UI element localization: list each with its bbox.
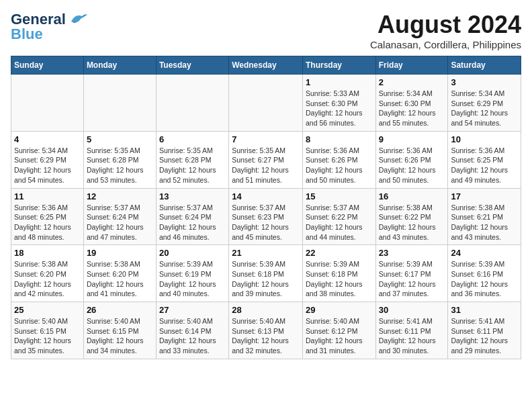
day-number: 2 — [379, 77, 445, 87]
day-info: Sunrise: 5:40 AM Sunset: 6:15 PM Dayligh… — [14, 316, 81, 356]
weekday-header-sunday: Sunday — [11, 56, 84, 75]
calendar-cell: 20Sunrise: 5:39 AM Sunset: 6:19 PM Dayli… — [156, 245, 228, 302]
title-area: August 2024 Calanasan, Cordillera, Phili… — [370, 11, 521, 50]
calendar-cell: 26Sunrise: 5:40 AM Sunset: 6:15 PM Dayli… — [83, 302, 156, 359]
logo: General Blue — [11, 11, 87, 43]
calendar-cell: 2Sunrise: 5:34 AM Sunset: 6:30 PM Daylig… — [375, 75, 448, 132]
day-number: 13 — [159, 191, 226, 201]
calendar-cell — [11, 75, 84, 132]
subtitle: Calanasan, Cordillera, Philippines — [370, 39, 521, 50]
day-info: Sunrise: 5:39 AM Sunset: 6:16 PM Dayligh… — [451, 259, 518, 299]
day-number: 27 — [159, 305, 226, 315]
day-info: Sunrise: 5:38 AM Sunset: 6:21 PM Dayligh… — [451, 203, 518, 242]
calendar-cell: 24Sunrise: 5:39 AM Sunset: 6:16 PM Dayli… — [448, 245, 521, 302]
day-info: Sunrise: 5:41 AM Sunset: 6:11 PM Dayligh… — [379, 316, 445, 356]
day-number: 28 — [232, 305, 300, 315]
day-number: 6 — [159, 134, 226, 144]
calendar-cell: 10Sunrise: 5:36 AM Sunset: 6:25 PM Dayli… — [448, 131, 521, 188]
day-info: Sunrise: 5:35 AM Sunset: 6:28 PM Dayligh… — [87, 146, 153, 185]
calendar-cell: 8Sunrise: 5:36 AM Sunset: 6:26 PM Daylig… — [302, 131, 375, 188]
calendar-cell: 29Sunrise: 5:40 AM Sunset: 6:12 PM Dayli… — [302, 302, 375, 359]
calendar-cell: 15Sunrise: 5:37 AM Sunset: 6:22 PM Dayli… — [302, 188, 375, 245]
day-info: Sunrise: 5:40 AM Sunset: 6:12 PM Dayligh… — [306, 316, 373, 356]
calendar-cell: 13Sunrise: 5:37 AM Sunset: 6:24 PM Dayli… — [156, 188, 228, 245]
day-number: 26 — [87, 305, 153, 315]
calendar-cell: 31Sunrise: 5:41 AM Sunset: 6:11 PM Dayli… — [448, 302, 521, 359]
calendar-cell: 3Sunrise: 5:34 AM Sunset: 6:29 PM Daylig… — [448, 75, 521, 132]
week-row-2: 4Sunrise: 5:34 AM Sunset: 6:29 PM Daylig… — [11, 131, 521, 188]
calendar-cell: 21Sunrise: 5:39 AM Sunset: 6:18 PM Dayli… — [229, 245, 303, 302]
day-number: 23 — [379, 248, 445, 258]
week-row-5: 25Sunrise: 5:40 AM Sunset: 6:15 PM Dayli… — [11, 302, 521, 359]
header: General Blue August 2024 Calanasan, Cord… — [11, 11, 521, 50]
calendar-cell: 5Sunrise: 5:35 AM Sunset: 6:28 PM Daylig… — [83, 131, 156, 188]
calendar-cell: 27Sunrise: 5:40 AM Sunset: 6:14 PM Dayli… — [156, 302, 228, 359]
day-number: 16 — [379, 191, 445, 201]
calendar-cell: 14Sunrise: 5:37 AM Sunset: 6:23 PM Dayli… — [229, 188, 303, 245]
day-info: Sunrise: 5:35 AM Sunset: 6:27 PM Dayligh… — [232, 146, 300, 185]
day-number: 14 — [232, 191, 300, 201]
day-number: 4 — [14, 134, 81, 144]
calendar-cell — [83, 75, 156, 132]
calendar-cell: 4Sunrise: 5:34 AM Sunset: 6:29 PM Daylig… — [11, 131, 84, 188]
day-number: 21 — [232, 248, 300, 258]
week-row-3: 11Sunrise: 5:36 AM Sunset: 6:25 PM Dayli… — [11, 188, 521, 245]
day-info: Sunrise: 5:37 AM Sunset: 6:23 PM Dayligh… — [232, 203, 300, 242]
week-row-1: 1Sunrise: 5:33 AM Sunset: 6:30 PM Daylig… — [11, 75, 521, 132]
day-number: 1 — [306, 77, 373, 87]
day-info: Sunrise: 5:39 AM Sunset: 6:18 PM Dayligh… — [232, 259, 300, 299]
calendar-cell: 25Sunrise: 5:40 AM Sunset: 6:15 PM Dayli… — [11, 302, 84, 359]
calendar-cell: 1Sunrise: 5:33 AM Sunset: 6:30 PM Daylig… — [302, 75, 375, 132]
day-number: 24 — [451, 248, 518, 258]
weekday-header-tuesday: Tuesday — [156, 56, 228, 75]
day-info: Sunrise: 5:36 AM Sunset: 6:26 PM Dayligh… — [306, 146, 373, 185]
weekday-header-wednesday: Wednesday — [229, 56, 303, 75]
day-number: 30 — [379, 305, 445, 315]
day-number: 31 — [451, 305, 518, 315]
day-number: 3 — [451, 77, 518, 87]
main-title: August 2024 — [370, 11, 521, 39]
day-info: Sunrise: 5:34 AM Sunset: 6:29 PM Dayligh… — [14, 146, 81, 185]
calendar-cell: 22Sunrise: 5:39 AM Sunset: 6:18 PM Dayli… — [302, 245, 375, 302]
weekday-header-saturday: Saturday — [448, 56, 521, 75]
weekday-header-monday: Monday — [83, 56, 156, 75]
day-info: Sunrise: 5:40 AM Sunset: 6:15 PM Dayligh… — [87, 316, 153, 356]
day-number: 15 — [306, 191, 373, 201]
day-info: Sunrise: 5:37 AM Sunset: 6:22 PM Dayligh… — [306, 203, 373, 242]
day-info: Sunrise: 5:38 AM Sunset: 6:20 PM Dayligh… — [14, 259, 81, 299]
day-number: 10 — [451, 134, 518, 144]
calendar-cell: 19Sunrise: 5:38 AM Sunset: 6:20 PM Dayli… — [83, 245, 156, 302]
day-number: 25 — [14, 305, 81, 315]
day-number: 20 — [159, 248, 226, 258]
calendar-cell: 11Sunrise: 5:36 AM Sunset: 6:25 PM Dayli… — [11, 188, 84, 245]
day-info: Sunrise: 5:36 AM Sunset: 6:25 PM Dayligh… — [451, 146, 518, 185]
calendar-cell: 12Sunrise: 5:37 AM Sunset: 6:24 PM Dayli… — [83, 188, 156, 245]
week-row-4: 18Sunrise: 5:38 AM Sunset: 6:20 PM Dayli… — [11, 245, 521, 302]
logo-blue-text: Blue — [11, 26, 43, 43]
day-number: 5 — [87, 134, 153, 144]
day-number: 8 — [306, 134, 373, 144]
day-info: Sunrise: 5:41 AM Sunset: 6:11 PM Dayligh… — [451, 316, 518, 356]
calendar-table: SundayMondayTuesdayWednesdayThursdayFrid… — [11, 56, 521, 359]
day-info: Sunrise: 5:39 AM Sunset: 6:19 PM Dayligh… — [159, 259, 226, 299]
day-info: Sunrise: 5:39 AM Sunset: 6:18 PM Dayligh… — [306, 259, 373, 299]
calendar-cell: 7Sunrise: 5:35 AM Sunset: 6:27 PM Daylig… — [229, 131, 303, 188]
calendar-cell — [229, 75, 303, 132]
day-info: Sunrise: 5:38 AM Sunset: 6:20 PM Dayligh… — [87, 259, 153, 299]
weekday-header-friday: Friday — [375, 56, 448, 75]
calendar-cell: 17Sunrise: 5:38 AM Sunset: 6:21 PM Dayli… — [448, 188, 521, 245]
day-info: Sunrise: 5:39 AM Sunset: 6:17 PM Dayligh… — [379, 259, 445, 299]
calendar-cell: 18Sunrise: 5:38 AM Sunset: 6:20 PM Dayli… — [11, 245, 84, 302]
day-number: 7 — [232, 134, 300, 144]
calendar-cell: 28Sunrise: 5:40 AM Sunset: 6:13 PM Dayli… — [229, 302, 303, 359]
day-info: Sunrise: 5:33 AM Sunset: 6:30 PM Dayligh… — [306, 89, 373, 128]
day-info: Sunrise: 5:40 AM Sunset: 6:13 PM Dayligh… — [232, 316, 300, 356]
calendar-cell: 23Sunrise: 5:39 AM Sunset: 6:17 PM Dayli… — [375, 245, 448, 302]
day-number: 11 — [14, 191, 81, 201]
day-number: 18 — [14, 248, 81, 258]
weekday-header-thursday: Thursday — [302, 56, 375, 75]
calendar-cell: 6Sunrise: 5:35 AM Sunset: 6:28 PM Daylig… — [156, 131, 228, 188]
calendar-cell: 9Sunrise: 5:36 AM Sunset: 6:26 PM Daylig… — [375, 131, 448, 188]
day-number: 29 — [306, 305, 373, 315]
day-number: 9 — [379, 134, 445, 144]
